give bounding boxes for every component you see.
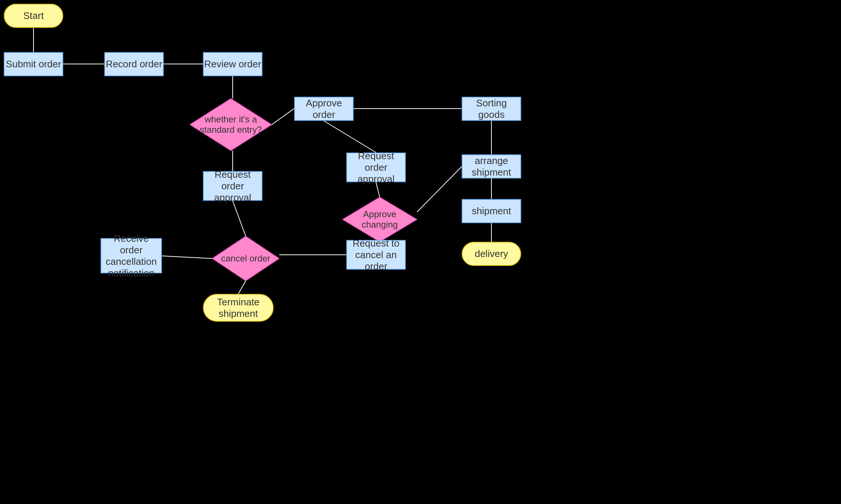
start-node: Start [4,4,63,28]
cancel-order-label: cancel order [217,250,274,267]
svg-line-4 [272,109,294,125]
request-order-approval-1-node: Request order approval [203,171,262,201]
receive-cancellation-label: Receive order cancellation notification [101,233,161,279]
svg-line-14 [233,201,246,236]
approve-order-label: Approve order [295,97,353,121]
delivery-label: delivery [475,248,508,260]
shipment-label: shipment [472,205,511,217]
approve-changing-diamond: Approve changing [343,197,417,242]
sorting-goods-node: Sorting goods [462,97,521,121]
approve-order-node: Approve order [294,97,354,121]
submit-order-label: Submit order [6,58,61,70]
review-order-label: Review order [204,58,261,70]
terminate-shipment-node: Terminate shipment [203,294,274,322]
svg-line-16 [238,281,246,294]
standard-entry-diamond: whether it's a standard entry? [190,99,272,151]
receive-cancellation-node: Receive order cancellation notification [101,238,162,273]
svg-line-7 [324,121,376,153]
record-order-node: Record order [104,52,164,76]
arrange-shipment-node: arrange shipment [462,154,521,179]
svg-line-13 [417,167,462,212]
svg-line-15 [162,256,212,259]
request-cancel-node: Request to cancel an order [346,240,406,270]
cancel-order-diamond: cancel order [212,236,279,281]
sorting-goods-label: Sorting goods [462,97,520,121]
request-order-approval-2-node: Request order approval [346,153,406,182]
request-order-approval-1-label: Request order approval [204,169,262,203]
submit-order-node: Submit order [4,52,63,76]
terminate-shipment-label: Terminate shipment [204,296,273,320]
arrange-shipment-label: arrange shipment [462,155,520,178]
request-order-approval-2-label: Request order approval [347,150,405,185]
record-order-label: Record order [106,58,162,70]
delivery-node: delivery [462,242,521,266]
start-label: Start [23,10,44,22]
review-order-node: Review order [203,52,262,76]
standard-entry-label: whether it's a standard entry? [190,110,272,139]
shipment-node: shipment [462,199,521,223]
request-cancel-label: Request to cancel an order [347,238,405,272]
approve-changing-label: Approve changing [343,205,417,234]
